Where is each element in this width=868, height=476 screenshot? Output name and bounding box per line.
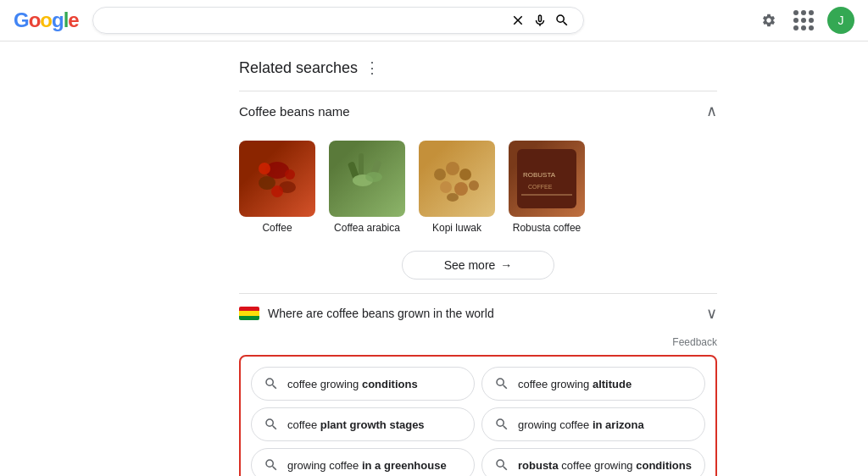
kopi-image [419,141,495,217]
svg-point-3 [259,163,270,174]
header: Google coffee growing [0,0,868,42]
google-logo[interactable]: Google [14,8,79,32]
svg-text:ROBUSTA: ROBUSTA [523,171,556,179]
svg-point-16 [469,180,479,191]
coffee-beans-title: Coffee beans name [239,104,350,119]
apps-grid-icon [793,10,814,30]
search-submit-button[interactable] [554,13,570,28]
where-coffee-beans-section[interactable]: Where are coffee beans grown in the worl… [239,293,717,333]
voice-search-button[interactable] [532,13,548,28]
microphone-icon [532,13,548,28]
search-bar: coffee growing [92,7,584,34]
bean-item-robusta[interactable]: ROBUSTA COFFEE Robusta coffee [509,141,585,234]
search-input[interactable]: coffee growing [107,13,504,28]
related-text-altitude: coffee growing altitude [518,378,632,390]
related-text-robusta: robusta coffee growing conditions [518,459,692,472]
svg-point-15 [454,182,468,196]
svg-rect-18 [517,149,576,208]
related-item-conditions[interactable]: coffee growing conditions [251,367,475,401]
see-more-label: See more [444,258,496,272]
section-header: Related searches ⋮ [239,58,717,77]
location-left: Where are coffee beans grown in the worl… [239,307,494,320]
bean-item-arabica[interactable]: Coffea arabica [329,141,405,234]
robusta-image: ROBUSTA COFFEE [509,141,585,217]
svg-point-14 [440,181,452,193]
arabica-image [329,141,405,217]
chevron-up-icon: ∧ [706,102,717,120]
where-coffee-label: Where are coffee beans grown in the worl… [268,307,494,320]
coffee-beans-subsection-header[interactable]: Coffee beans name ∧ [239,91,717,130]
related-text-arizona: growing coffee in arizona [518,418,644,431]
apps-button[interactable] [790,7,817,34]
arrow-right-icon: → [500,258,512,272]
see-more-button[interactable]: See more → [402,251,554,280]
beans-grid: Coffee Coffea arabica [239,130,717,244]
feedback-link[interactable]: Feedback [672,336,717,348]
related-text-plant-growth: coffee plant growth stages [287,418,425,431]
chevron-down-icon: ∨ [706,304,717,323]
feedback-row: Feedback [239,333,717,355]
search-icon [264,457,279,473]
related-item-altitude[interactable]: coffee growing altitude [481,367,705,401]
clear-icon [510,13,526,28]
search-icon [264,376,279,391]
bean-item-kopi[interactable]: Kopi luwak [419,141,495,234]
svg-point-13 [459,169,471,180]
search-icon [554,13,570,28]
section-title: Related searches [239,59,358,77]
settings-button[interactable] [758,9,780,31]
avatar[interactable]: J [827,7,854,34]
svg-rect-21 [521,194,572,196]
gear-icon [761,13,776,28]
svg-point-11 [434,169,446,180]
related-item-growing-arizona[interactable]: growing coffee in arizona [481,407,705,441]
coffee-label: Coffee [262,222,292,234]
search-icon [264,417,279,432]
related-item-plant-growth[interactable]: coffee plant growth stages [251,407,475,441]
search-icon [494,376,509,391]
bean-item-coffee[interactable]: Coffee [239,141,315,234]
coffee-image [239,141,315,217]
ethiopia-flag-icon [239,307,259,320]
svg-point-5 [271,185,283,197]
related-text-conditions: coffee growing conditions [287,378,418,390]
related-searches-grid: coffee growing conditions coffee growing… [239,355,717,476]
svg-point-17 [447,193,459,202]
header-right: J [758,7,854,34]
robusta-label: Robusta coffee [513,222,581,234]
search-icon [494,417,509,432]
svg-point-12 [446,162,459,175]
arabica-label: Coffea arabica [334,222,400,234]
related-item-robusta[interactable]: robusta coffee growing conditions [481,448,705,476]
related-text-greenhouse: growing coffee in a greenhouse [287,459,447,472]
flag-green-stripe [239,316,259,320]
svg-point-4 [285,169,295,180]
svg-text:COFFEE: COFFEE [528,184,553,190]
kopi-label: Kopi luwak [432,222,481,234]
search-icon [494,457,509,473]
clear-search-button[interactable] [510,13,526,28]
section-menu-icon[interactable]: ⋮ [364,58,380,77]
svg-point-10 [365,172,382,182]
main-content: Related searches ⋮ Coffee beans name ∧ C… [137,42,731,476]
related-item-greenhouse[interactable]: growing coffee in a greenhouse [251,448,475,476]
